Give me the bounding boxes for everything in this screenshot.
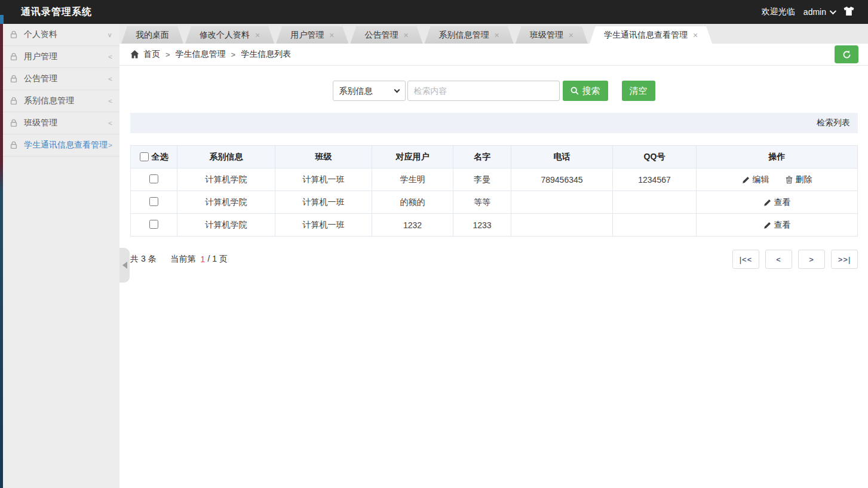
cell-dept: 计算机学院 [177,191,275,214]
cell-dept: 计算机学院 [177,168,275,191]
edit-link[interactable]: 编辑 [742,174,769,185]
view-label: 查看 [774,197,791,208]
sidebar-item-label: 学生通讯信息查看管理 [24,140,108,151]
chevron-down-icon: ∨ [107,31,112,39]
view-label: 查看 [774,220,791,231]
sidebar-item-users[interactable]: 用户管理 < [0,46,119,68]
welcome-text: 欢迎光临 [762,7,795,17]
topbar-left-accent [0,15,4,24]
refresh-icon [842,50,852,60]
user-menu[interactable]: admin [803,7,835,17]
sidebar-item-profile[interactable]: 个人资料 ∨ [0,24,119,46]
breadcrumb-separator: > [165,50,170,59]
close-icon[interactable]: × [255,31,260,39]
col-header-qq: QQ号 [613,146,697,168]
current-page-prefix: 当前第 [171,254,196,265]
sidebar-item-label: 系别信息管理 [24,96,74,106]
last-page-button[interactable]: >>| [831,250,858,269]
tab-label: 用户管理 [290,30,324,41]
tab-student-contact-view[interactable]: 学生通讯信息查看管理 × [590,26,712,44]
tab-department-management[interactable]: 系别信息管理 × [425,26,514,44]
chevron-right-icon: > [108,142,112,149]
cell-class: 计算机一班 [275,168,372,191]
close-icon[interactable]: × [495,31,499,39]
search-icon [571,87,579,95]
breadcrumb: 首页 > 学生信息管理 > 学生信息列表 [119,44,868,66]
cell-qq [613,214,697,237]
col-header-phone: 电话 [511,146,613,168]
list-header-title: 检索列表 [817,118,850,128]
delete-label: 删除 [796,174,812,185]
col-header-dept: 系别信息 [177,146,275,168]
tab-my-desktop[interactable]: 我的桌面 [121,26,183,44]
tab-edit-profile[interactable]: 修改个人资料 × [185,26,274,44]
close-icon[interactable]: × [569,31,573,39]
cell-phone [511,191,613,214]
username: admin [803,7,826,17]
pencil-icon [742,176,750,184]
clear-button[interactable]: 清空 [622,81,655,101]
cell-dept: 计算机学院 [177,214,275,237]
trash-icon [785,176,793,184]
sidebar-item-announcements[interactable]: 公告管理 < [0,68,119,90]
sidebar-item-label: 公告管理 [24,73,57,84]
chevron-left-icon: < [108,53,112,61]
cell-user: 1232 [372,214,453,237]
sidebar-item-classes[interactable]: 班级管理 < [0,112,119,134]
next-page-button[interactable]: > [798,250,825,269]
select-all-checkbox[interactable] [140,152,149,161]
select-all-label: 全选 [152,152,168,162]
breadcrumb-student-info[interactable]: 学生信息管理 [176,49,226,60]
row-checkbox[interactable] [149,220,158,229]
cell-phone [511,214,613,237]
breadcrumb-separator: > [231,50,236,59]
close-icon[interactable]: × [693,31,698,39]
sidebar-item-student-contacts[interactable]: 学生通讯信息查看管理 > [0,134,119,156]
tab-announcement-management[interactable]: 公告管理 × [350,26,422,44]
current-page-number: 1 [201,254,206,264]
prev-page-button[interactable]: < [765,250,792,269]
breadcrumb-home[interactable]: 首页 [143,49,160,60]
total-count: 共 3 条 [130,254,157,265]
sidebar: 个人资料 ∨ 用户管理 < 公告管理 < 系别信息管理 < 班级管理 < 学生通… [0,24,119,488]
pencil-icon [763,221,772,229]
row-checkbox[interactable] [149,174,158,183]
table-row: 计算机学院 计算机一班 1232 1233 查看 [131,214,858,237]
close-icon[interactable]: × [403,31,408,39]
cell-name: 等等 [453,191,511,214]
theme-icon[interactable] [843,6,855,18]
search-input[interactable] [407,81,560,101]
edit-label: 编辑 [753,174,769,185]
list-header-bar: 检索列表 [130,113,858,133]
sidebar-item-label: 用户管理 [24,51,57,62]
col-header-class: 班级 [275,146,372,168]
sidebar-accent-strip [0,24,3,488]
tab-user-management[interactable]: 用户管理 × [276,26,348,44]
cell-name: 1233 [453,214,511,237]
chevron-left-icon: < [108,97,112,105]
app-title: 通讯录管理系统 [21,6,92,19]
refresh-button[interactable] [835,45,858,63]
view-link[interactable]: 查看 [763,197,791,208]
chevron-left-icon: < [108,75,112,83]
close-icon[interactable]: × [329,31,334,39]
topbar: 通讯录管理系统 欢迎光临 admin [0,0,868,24]
search-field-select[interactable]: 系别信息 [333,81,406,101]
first-page-button[interactable]: |<< [732,250,759,269]
cell-user: 学生明 [372,168,453,191]
tab-class-management[interactable]: 班级管理 × [516,26,588,44]
chevron-down-icon [830,8,836,14]
view-link[interactable]: 查看 [763,220,791,231]
main-content: 我的桌面 修改个人资料 × 用户管理 × 公告管理 × 系别信息管理 × 班级管… [119,24,868,488]
sidebar-collapse-handle[interactable] [119,248,130,283]
sidebar-item-departments[interactable]: 系别信息管理 < [0,90,119,112]
breadcrumb-student-list: 学生信息列表 [241,49,291,60]
clear-button-label: 清空 [630,85,648,97]
search-button[interactable]: 搜索 [563,81,608,101]
select-all-cell: 全选 [131,146,177,168]
delete-link[interactable]: 删除 [785,174,812,185]
row-checkbox[interactable] [149,197,158,206]
tab-label: 公告管理 [364,30,398,41]
tab-label: 系别信息管理 [439,30,489,41]
search-bar: 系别信息 搜索 清空 [119,81,868,101]
